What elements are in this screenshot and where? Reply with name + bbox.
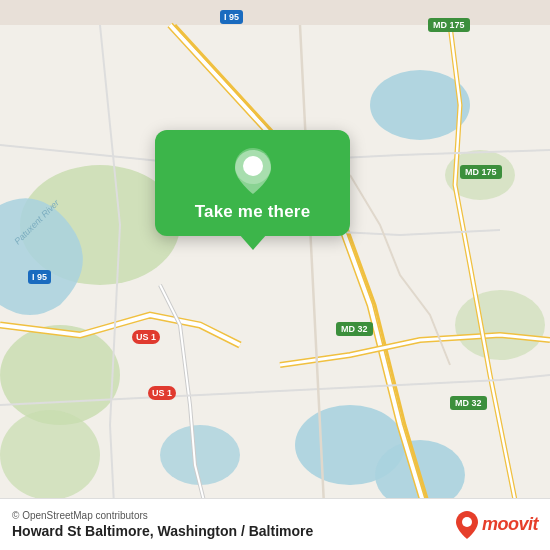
- moovit-logo: moovit: [456, 511, 538, 539]
- location-pin-icon: [229, 146, 277, 194]
- svg-point-2: [0, 325, 120, 425]
- shield-i95-left: I 95: [28, 270, 51, 284]
- bottom-left-info: © OpenStreetMap contributors Howard St B…: [12, 510, 313, 539]
- shield-md175-mid: MD 175: [460, 165, 502, 179]
- moovit-pin-icon: [456, 511, 478, 539]
- svg-point-14: [462, 517, 472, 527]
- shield-md175-top: MD 175: [428, 18, 470, 32]
- shield-md32-2: MD 32: [450, 396, 487, 410]
- svg-point-13: [246, 160, 260, 174]
- take-me-there-button[interactable]: Take me there: [195, 202, 311, 222]
- svg-point-7: [0, 410, 100, 500]
- shield-md32-1: MD 32: [336, 322, 373, 336]
- bottom-bar: © OpenStreetMap contributors Howard St B…: [0, 498, 550, 550]
- location-title: Howard St Baltimore, Washington / Baltim…: [12, 523, 313, 539]
- shield-us1-1: US 1: [132, 330, 160, 344]
- map-container: Patuxent River I 95 MD 175 MD 175 I 95 U…: [0, 0, 550, 550]
- moovit-brand-text: moovit: [482, 514, 538, 535]
- svg-point-6: [160, 425, 240, 485]
- popup-card[interactable]: Take me there: [155, 130, 350, 236]
- osm-attribution: © OpenStreetMap contributors: [12, 510, 313, 521]
- svg-point-8: [455, 290, 545, 360]
- shield-i95-top: I 95: [220, 10, 243, 24]
- map-svg: Patuxent River: [0, 0, 550, 550]
- shield-us1-2: US 1: [148, 386, 176, 400]
